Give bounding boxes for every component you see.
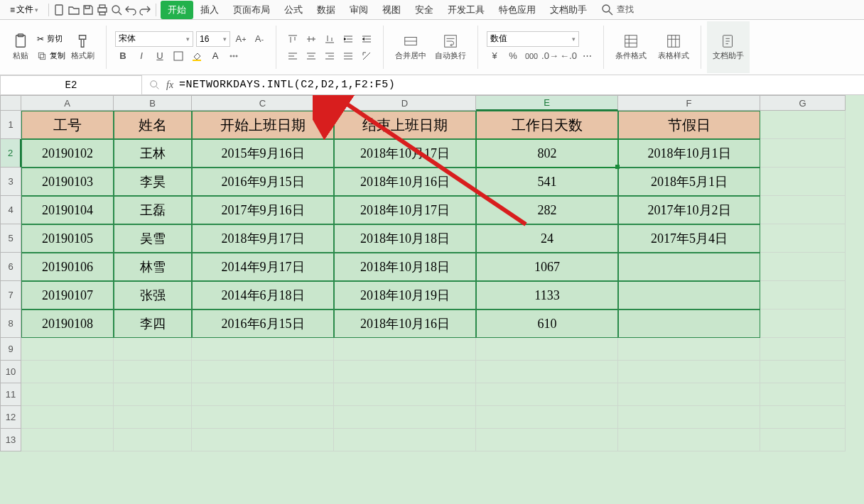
cell-B13[interactable] (114, 429, 192, 451)
cell-C1[interactable]: 开始上班日期 (192, 111, 334, 139)
cell-A1[interactable]: 工号 (21, 111, 114, 139)
menu-tab-1[interactable]: 插入 (193, 1, 226, 19)
cell-B1[interactable]: 姓名 (114, 111, 192, 139)
cell-C8[interactable]: 2016年6月15日 (192, 309, 334, 338)
cell-G1[interactable] (760, 111, 846, 139)
cell-A12[interactable] (21, 406, 114, 429)
cell-A8[interactable]: 20190108 (21, 309, 114, 338)
bold-button[interactable]: B (115, 49, 131, 63)
cond-format-button[interactable]: 条件格式 (612, 32, 649, 62)
cell-D12[interactable] (334, 406, 476, 429)
cell-E12[interactable] (476, 406, 618, 429)
save-icon[interactable] (82, 4, 94, 16)
cell-E5[interactable]: 24 (476, 224, 618, 253)
cell-E2[interactable]: 802 (476, 139, 618, 168)
cell-E4[interactable]: 282 (476, 196, 618, 224)
row-header-5[interactable]: 5 (0, 224, 21, 253)
cell-F3[interactable]: 2018年5月1日 (618, 168, 760, 196)
col-header-C[interactable]: C (192, 95, 334, 111)
cell-B9[interactable] (114, 338, 192, 361)
cell-F5[interactable]: 2017年5月4日 (618, 224, 760, 253)
cell-B5[interactable]: 吴雪 (114, 224, 192, 253)
row-header-9[interactable]: 9 (0, 338, 21, 361)
cell-C3[interactable]: 2016年9月15日 (192, 168, 334, 196)
cell-F8[interactable] (618, 309, 760, 338)
number-format-select[interactable]: 数值▾ (487, 31, 579, 47)
table-format-button[interactable]: 表格样式 (655, 32, 692, 62)
undo-icon[interactable] (124, 4, 137, 16)
cell-C13[interactable] (192, 429, 334, 451)
more-font-button[interactable] (226, 49, 242, 63)
cell-D5[interactable]: 2018年10月18日 (334, 224, 476, 253)
increase-font-button[interactable]: A+ (233, 32, 249, 46)
cell-A13[interactable] (21, 429, 114, 451)
select-all-corner[interactable] (0, 95, 21, 111)
print-icon[interactable] (96, 4, 109, 16)
align-top-button[interactable] (285, 32, 301, 46)
cell-G10[interactable] (760, 361, 846, 383)
cell-B4[interactable]: 王磊 (114, 196, 192, 224)
cell-F7[interactable] (618, 281, 760, 309)
menu-tab-6[interactable]: 视图 (375, 1, 408, 19)
align-center-button[interactable] (303, 49, 319, 63)
copy-button[interactable]: 复制 (37, 48, 65, 64)
name-box[interactable]: E2 (0, 75, 142, 95)
col-header-D[interactable]: D (334, 95, 476, 111)
font-color-button[interactable]: A (207, 49, 223, 63)
border-button[interactable] (171, 49, 186, 63)
cell-D9[interactable] (334, 338, 476, 361)
paste-button[interactable]: 粘贴 (7, 31, 34, 64)
cell-F1[interactable]: 节假日 (618, 111, 760, 139)
cell-B12[interactable] (114, 406, 192, 429)
menu-tab-7[interactable]: 安全 (408, 1, 441, 19)
justify-button[interactable] (340, 49, 356, 63)
col-header-G[interactable]: G (760, 95, 846, 111)
cell-G8[interactable] (760, 309, 846, 338)
cell-E3[interactable]: 541 (476, 168, 618, 196)
cut-button[interactable]: ✂剪切 (37, 31, 65, 47)
cell-D3[interactable]: 2018年10月16日 (334, 168, 476, 196)
cell-D8[interactable]: 2018年10月16日 (334, 309, 476, 338)
cell-G6[interactable] (760, 253, 846, 281)
cell-G5[interactable] (760, 224, 846, 253)
menu-tab-0[interactable]: 开始 (161, 1, 193, 19)
cell-C4[interactable]: 2017年9月16日 (192, 196, 334, 224)
row-header-2[interactable]: 2 (0, 139, 21, 168)
menu-tab-5[interactable]: 审阅 (342, 1, 375, 19)
auto-wrap-button[interactable]: 自动换行 (432, 32, 469, 62)
cell-G12[interactable] (760, 406, 846, 429)
menu-tab-8[interactable]: 开发工具 (441, 1, 492, 19)
cell-G9[interactable] (760, 338, 846, 361)
cell-F4[interactable]: 2017年10月2日 (618, 196, 760, 224)
cell-E7[interactable]: 1133 (476, 281, 618, 309)
cell-A10[interactable] (21, 361, 114, 383)
cell-C2[interactable]: 2015年9月16日 (192, 139, 334, 168)
cell-E8[interactable]: 610 (476, 309, 618, 338)
cell-D6[interactable]: 2018年10月18日 (334, 253, 476, 281)
cell-C6[interactable]: 2014年9月17日 (192, 253, 334, 281)
cell-F2[interactable]: 2018年10月1日 (618, 139, 760, 168)
currency-button[interactable]: ¥ (487, 49, 502, 63)
cell-C11[interactable] (192, 383, 334, 406)
merge-center-button[interactable]: 合并居中 (392, 32, 429, 62)
cell-B6[interactable]: 林雪 (114, 253, 192, 281)
cell-D11[interactable] (334, 383, 476, 406)
cell-G3[interactable] (760, 168, 846, 196)
cell-F13[interactable] (618, 429, 760, 451)
formula-input[interactable]: =NETWORKDAYS.INTL(C2,D2,1,F2:F5) (179, 79, 395, 91)
row-header-6[interactable]: 6 (0, 253, 21, 281)
decrease-font-button[interactable]: A- (252, 32, 267, 46)
comma-button[interactable]: 000 (524, 49, 539, 63)
col-header-A[interactable]: A (21, 95, 114, 111)
cell-G11[interactable] (760, 383, 846, 406)
align-middle-button[interactable] (303, 32, 319, 46)
font-name-select[interactable]: 宋体▾ (115, 31, 193, 47)
decrease-decimal-button[interactable]: ←.0 (561, 49, 576, 63)
open-icon[interactable] (68, 4, 80, 16)
cell-G13[interactable] (760, 429, 846, 451)
cell-A5[interactable]: 20190105 (21, 224, 114, 253)
cell-C10[interactable] (192, 361, 334, 383)
row-header-12[interactable]: 12 (0, 406, 21, 429)
cell-A9[interactable] (21, 338, 114, 361)
cell-G4[interactable] (760, 196, 846, 224)
